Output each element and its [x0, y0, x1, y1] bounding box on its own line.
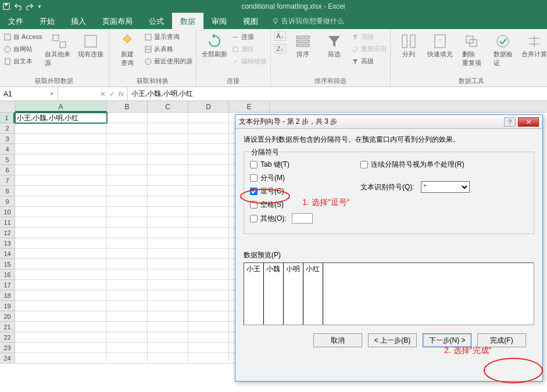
reapply-button[interactable]: 重新应用: [351, 44, 387, 55]
consolidate-button[interactable]: 合并计算: [520, 31, 547, 60]
menu-page-layout[interactable]: 页面布局: [94, 13, 141, 29]
cell[interactable]: [188, 259, 229, 269]
cancel-button[interactable]: 取消: [313, 333, 362, 347]
cell[interactable]: [15, 269, 107, 280]
cell[interactable]: [188, 196, 229, 207]
cell[interactable]: [15, 186, 107, 196]
cell[interactable]: [188, 353, 229, 364]
menu-view[interactable]: 视图: [235, 13, 266, 29]
row-header[interactable]: 1: [0, 113, 15, 123]
cell[interactable]: [188, 343, 229, 353]
existing-connections-button[interactable]: 现有连接: [76, 31, 105, 60]
cell[interactable]: [15, 217, 107, 228]
cell[interactable]: [148, 144, 188, 154]
delimiter-comma-checkbox[interactable]: 逗号(C): [250, 185, 355, 198]
cell[interactable]: [107, 165, 148, 175]
undo-icon[interactable]: [14, 2, 22, 10]
cell[interactable]: [107, 343, 148, 353]
cell[interactable]: [107, 207, 148, 217]
delimiter-other-checkbox[interactable]: 其他(O):: [250, 211, 355, 225]
column-header[interactable]: D: [188, 101, 229, 112]
cell[interactable]: [107, 123, 148, 134]
cell[interactable]: [15, 332, 107, 343]
cell[interactable]: [148, 259, 188, 269]
cell[interactable]: [15, 322, 107, 332]
cell[interactable]: [188, 186, 229, 196]
data-validation-button[interactable]: 数据验 证: [488, 31, 517, 69]
from-text-button[interactable]: 自文本: [3, 56, 42, 67]
accept-formula-icon[interactable]: ✓: [109, 90, 115, 98]
cell[interactable]: [188, 175, 229, 186]
cell[interactable]: [188, 207, 229, 217]
cell[interactable]: [15, 353, 107, 364]
fx-icon[interactable]: fx: [119, 90, 124, 98]
row-header[interactable]: 22: [0, 332, 15, 343]
column-header[interactable]: E: [229, 101, 270, 112]
column-header[interactable]: C: [148, 101, 188, 112]
cell[interactable]: [148, 269, 188, 280]
cell[interactable]: [15, 311, 107, 322]
cell[interactable]: [15, 343, 107, 353]
row-header[interactable]: 21: [0, 322, 15, 332]
row-header[interactable]: 19: [0, 301, 15, 311]
show-queries-button[interactable]: 显示查询: [144, 31, 192, 42]
chevron-down-icon[interactable]: ▼: [49, 91, 54, 96]
cell[interactable]: [15, 144, 107, 154]
cell[interactable]: [107, 113, 148, 123]
cell[interactable]: [107, 228, 148, 238]
back-button[interactable]: < 上一步(B): [368, 333, 417, 347]
cell[interactable]: [15, 280, 107, 290]
clear-filter-button[interactable]: 清除: [351, 31, 387, 42]
cell[interactable]: [107, 175, 148, 186]
cell[interactable]: [15, 228, 107, 238]
row-header[interactable]: 8: [0, 186, 15, 196]
select-all-corner[interactable]: [0, 101, 15, 112]
cell[interactable]: [148, 207, 188, 217]
edit-links-button[interactable]: 编辑链接: [231, 56, 267, 67]
next-button[interactable]: 下一步(N) >: [423, 333, 471, 347]
cell[interactable]: [107, 259, 148, 269]
save-icon[interactable]: [2, 2, 10, 10]
cell[interactable]: [188, 144, 229, 154]
cell[interactable]: [148, 175, 188, 186]
row-header[interactable]: 7: [0, 175, 15, 186]
row-header[interactable]: 10: [0, 207, 15, 217]
name-box[interactable]: A1▼: [0, 87, 58, 100]
cell[interactable]: [188, 113, 229, 123]
cell[interactable]: [148, 343, 188, 353]
cells-area[interactable]: 小王,小魏,小明,小红: [15, 113, 270, 364]
row-header[interactable]: 20: [0, 311, 15, 322]
menu-review[interactable]: 审阅: [203, 13, 235, 29]
cell[interactable]: [107, 322, 148, 332]
cell[interactable]: [15, 290, 107, 301]
tell-me-box[interactable]: 告诉我你想要做什么: [266, 13, 350, 29]
row-header[interactable]: 3: [0, 134, 15, 144]
cancel-formula-icon[interactable]: ✕: [100, 90, 106, 98]
redo-icon[interactable]: [26, 2, 34, 10]
cell[interactable]: [148, 238, 188, 249]
cell[interactable]: [107, 269, 148, 280]
cell[interactable]: [188, 249, 229, 259]
cell[interactable]: [15, 249, 107, 259]
advanced-filter-button[interactable]: 高级: [351, 56, 387, 67]
menu-file[interactable]: 文件: [0, 13, 31, 29]
row-header[interactable]: 13: [0, 238, 15, 249]
cell[interactable]: [107, 332, 148, 343]
column-header[interactable]: B: [107, 101, 148, 112]
properties-button[interactable]: 属性: [231, 44, 267, 55]
delimiter-space-checkbox[interactable]: 空格(S): [250, 198, 355, 211]
sort-asc-button[interactable]: A↓: [274, 31, 287, 41]
row-header[interactable]: 17: [0, 280, 15, 290]
cell[interactable]: [188, 301, 229, 311]
cell[interactable]: [107, 290, 148, 301]
cell[interactable]: [148, 134, 188, 144]
from-access-button[interactable]: 自 Access: [3, 31, 42, 42]
row-header[interactable]: 14: [0, 249, 15, 259]
row-header[interactable]: 18: [0, 290, 15, 301]
row-header[interactable]: 15: [0, 259, 15, 269]
row-header[interactable]: 2: [0, 123, 15, 134]
cell[interactable]: [15, 238, 107, 249]
from-web-button[interactable]: 自网站: [3, 44, 42, 55]
cell[interactable]: [15, 134, 107, 144]
cell[interactable]: [15, 175, 107, 186]
